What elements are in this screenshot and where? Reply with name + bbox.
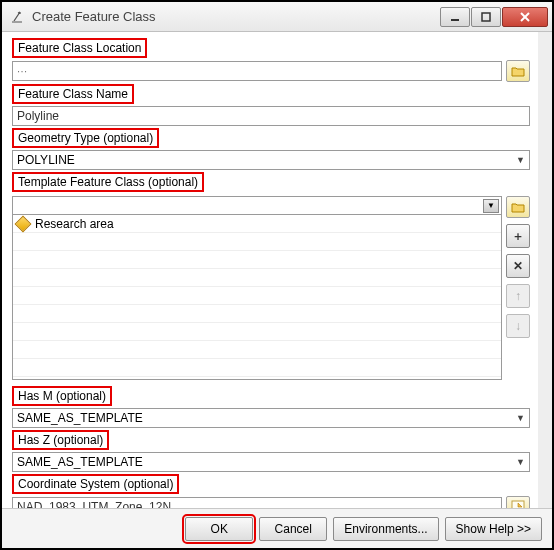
has-z-select[interactable]: SAME_AS_TEMPLATE ▼	[12, 452, 530, 472]
x-icon: ✕	[513, 259, 523, 273]
folder-icon	[511, 201, 525, 213]
chevron-down-icon: ▼	[516, 413, 525, 423]
geometry-value: POLYLINE	[17, 153, 75, 167]
browse-location-button[interactable]	[506, 60, 530, 82]
chevron-down-icon: ▼	[516, 155, 525, 165]
label-has-z: Has Z (optional)	[12, 430, 109, 450]
coord-input[interactable]	[12, 497, 502, 508]
move-down-button[interactable]: ↓	[506, 314, 530, 338]
has-z-value: SAME_AS_TEMPLATE	[17, 455, 143, 469]
plus-icon: ＋	[512, 228, 524, 245]
location-input[interactable]	[12, 61, 502, 81]
minimize-button[interactable]	[440, 7, 470, 27]
close-button[interactable]	[502, 7, 548, 27]
window-title: Create Feature Class	[32, 9, 439, 24]
label-geometry: Geometry Type (optional)	[12, 128, 159, 148]
show-help-button[interactable]: Show Help >>	[445, 517, 542, 541]
template-combo[interactable]: ▼	[13, 197, 501, 215]
coord-properties-button[interactable]	[506, 496, 530, 508]
feature-class-icon	[15, 215, 32, 232]
has-m-value: SAME_AS_TEMPLATE	[17, 411, 143, 425]
label-has-m: Has M (optional)	[12, 386, 112, 406]
list-item[interactable]: Research area	[13, 215, 501, 233]
label-coord: Coordinate System (optional)	[12, 474, 179, 494]
maximize-button[interactable]	[471, 7, 501, 27]
browse-template-button[interactable]	[506, 196, 530, 218]
name-input[interactable]	[12, 106, 530, 126]
label-template: Template Feature Class (optional)	[12, 172, 204, 192]
cancel-button[interactable]: Cancel	[259, 517, 327, 541]
add-button[interactable]: ＋	[506, 224, 530, 248]
titlebar: Create Feature Class	[2, 2, 552, 32]
has-m-select[interactable]: SAME_AS_TEMPLATE ▼	[12, 408, 530, 428]
arrow-down-icon: ↓	[515, 319, 521, 333]
arrow-up-icon: ↑	[515, 289, 521, 303]
ok-button[interactable]: OK	[185, 517, 253, 541]
label-name: Feature Class Name	[12, 84, 134, 104]
app-icon	[10, 9, 26, 25]
remove-button[interactable]: ✕	[506, 254, 530, 278]
svg-rect-0	[12, 21, 22, 23]
chevron-down-icon: ▼	[483, 199, 499, 213]
dialog-body: Feature Class Location Feature Class Nam…	[2, 32, 552, 508]
folder-icon	[511, 65, 525, 77]
list-item-label: Research area	[35, 217, 114, 231]
dialog-footer: OK Cancel Environments... Show Help >>	[2, 508, 552, 548]
svg-rect-2	[482, 13, 490, 21]
template-list[interactable]: Research area .. .. .. ..	[13, 215, 501, 379]
environments-button[interactable]: Environments...	[333, 517, 438, 541]
geometry-select[interactable]: POLYLINE ▼	[12, 150, 530, 170]
properties-icon	[511, 500, 525, 508]
chevron-down-icon: ▼	[516, 457, 525, 467]
label-location: Feature Class Location	[12, 38, 147, 58]
move-up-button[interactable]: ↑	[506, 284, 530, 308]
